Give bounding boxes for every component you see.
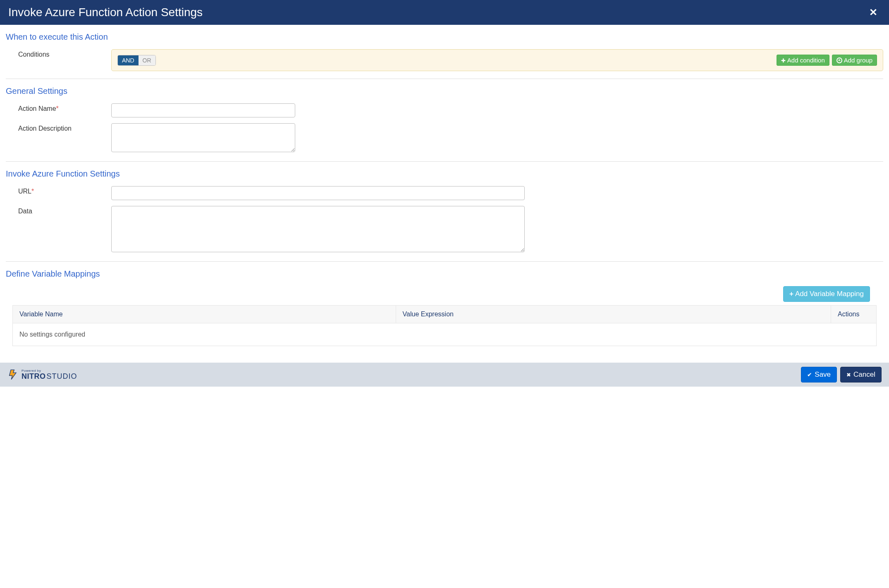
action-name-row: Action Name* — [6, 103, 883, 117]
section-mappings-title: Define Variable Mappings — [6, 269, 883, 279]
x-icon — [846, 370, 851, 379]
mappings-table: Variable Name Value Expression Actions N… — [12, 305, 877, 346]
conditions-builder: AND OR Add condition Add group — [111, 49, 883, 71]
and-or-toggle: AND OR — [117, 55, 156, 66]
col-variable-name: Variable Name — [13, 306, 396, 323]
table-row: No settings configured — [13, 323, 877, 346]
brand-text: Powered by NITROSTUDIO — [22, 369, 77, 380]
modal-body: When to execute this Action Conditions A… — [0, 25, 889, 346]
action-description-row: Action Description — [6, 123, 883, 154]
section-invoke-title: Invoke Azure Function Settings — [6, 169, 883, 179]
divider — [6, 79, 883, 79]
action-description-input[interactable] — [111, 123, 295, 152]
action-description-label: Action Description — [6, 123, 111, 132]
divider — [6, 261, 883, 262]
toggle-and[interactable]: AND — [117, 55, 139, 66]
modal-header: Invoke Azure Function Action Settings ✕ — [0, 0, 889, 25]
brand-nitro: NITRO — [22, 372, 46, 380]
save-label: Save — [815, 370, 831, 379]
conditions-label: Conditions — [6, 49, 111, 58]
plus-circle-icon — [836, 57, 842, 63]
required-asterisk: * — [31, 188, 34, 195]
modal-footer: Powered by NITROSTUDIO Save Cancel — [0, 363, 889, 387]
add-variable-mapping-button[interactable]: Add Variable Mapping — [783, 286, 870, 302]
add-condition-button[interactable]: Add condition — [777, 55, 829, 66]
url-label: URL* — [6, 186, 111, 195]
section-when-title: When to execute this Action — [6, 32, 883, 42]
brand-logo: Powered by NITROSTUDIO — [7, 369, 77, 380]
add-condition-label: Add condition — [787, 57, 825, 64]
add-mapping-label: Add Variable Mapping — [795, 290, 864, 298]
section-general-title: General Settings — [6, 86, 883, 96]
modal-title: Invoke Azure Function Action Settings — [8, 6, 203, 19]
data-label: Data — [6, 206, 111, 215]
add-mapping-wrap: Add Variable Mapping — [6, 286, 883, 302]
url-row: URL* — [6, 186, 883, 200]
add-group-label: Add group — [844, 57, 872, 64]
condition-buttons: Add condition Add group — [777, 55, 877, 66]
brand-studio: STUDIO — [47, 372, 77, 380]
action-name-input[interactable] — [111, 103, 295, 117]
nitro-logo-icon — [7, 369, 19, 380]
plus-icon — [781, 57, 786, 64]
footer-buttons: Save Cancel — [801, 367, 882, 382]
cancel-button[interactable]: Cancel — [840, 367, 882, 382]
col-value-expression: Value Expression — [396, 306, 831, 323]
close-icon[interactable]: ✕ — [866, 7, 881, 18]
col-actions: Actions — [831, 306, 877, 323]
toggle-or[interactable]: OR — [139, 55, 155, 65]
data-row: Data — [6, 206, 883, 254]
conditions-row: Conditions AND OR Add condition Add grou… — [6, 49, 883, 71]
plus-icon — [789, 290, 793, 298]
add-group-button[interactable]: Add group — [832, 55, 877, 66]
save-button[interactable]: Save — [801, 367, 837, 382]
required-asterisk: * — [56, 105, 59, 112]
check-icon — [807, 370, 812, 379]
data-input[interactable] — [111, 206, 525, 252]
table-header-row: Variable Name Value Expression Actions — [13, 306, 877, 323]
url-input[interactable] — [111, 186, 525, 200]
cancel-label: Cancel — [853, 370, 875, 379]
empty-message: No settings configured — [13, 323, 877, 346]
action-name-label: Action Name* — [6, 103, 111, 112]
divider — [6, 161, 883, 162]
